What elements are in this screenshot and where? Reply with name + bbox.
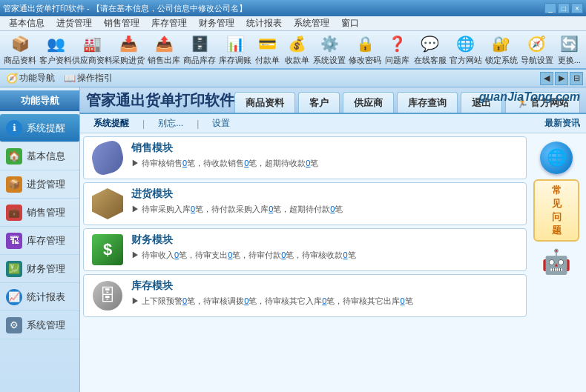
nav-expand-button[interactable]: ⊟: [570, 72, 583, 85]
nav-settings-icon: 🧭: [527, 33, 547, 53]
finance-receipt-review[interactable]: 0: [343, 250, 347, 259]
menu-system[interactable]: 系统管理: [288, 16, 335, 31]
sidebar-item-finance-mgmt[interactable]: 💹 财务管理: [0, 255, 79, 283]
nav-right-controls[interactable]: ◀ ▶ ⊟: [540, 72, 583, 85]
supplier-icon: 🏭: [82, 33, 102, 53]
sidebar-item-reports[interactable]: 📈 统计报表: [0, 283, 79, 311]
sidebar-item-sales-mgmt[interactable]: 💼 销售管理: [0, 199, 79, 227]
subtab-settings[interactable]: 设置: [205, 116, 237, 131]
faq-label: 常见问题: [538, 184, 575, 237]
menu-inventory[interactable]: 库存管理: [145, 16, 193, 31]
toolbar-nav-settings[interactable]: 🧭 导航设置: [520, 33, 554, 67]
nav-right-arrow[interactable]: ▶: [555, 72, 568, 85]
toolbar-settings[interactable]: ⚙️ 系统设置: [312, 33, 346, 67]
modules-main: 销售模块 ▶ 待审核销售0笔，待收款销售0笔，超期待收款0笔 进货模块: [83, 136, 527, 389]
warehouse-out-review[interactable]: 0: [400, 296, 404, 305]
subtab-system-alert[interactable]: 系统提醒: [86, 116, 136, 131]
nav-operation-guide[interactable]: 📖 操作指引: [61, 70, 116, 86]
purchase-pending-pay[interactable]: 0: [269, 205, 273, 213]
toolbar-change-pwd[interactable]: 🔒 修改密码: [348, 33, 382, 67]
goods-icon: 📦: [10, 33, 30, 53]
toolbar-purchase-in[interactable]: 📥 采购进货: [111, 33, 145, 67]
tab-goods[interactable]: 商品资料: [234, 92, 295, 113]
mascot-image: 🤖: [541, 248, 571, 276]
tab-supplier[interactable]: 供应商: [343, 92, 394, 113]
toolbar-faq[interactable]: ❓ 问题库: [383, 33, 412, 67]
purchase-module-title: 进货模块: [131, 187, 518, 201]
latest-news-label: 最新资讯: [544, 117, 580, 130]
online-service-icon: 💬: [420, 33, 441, 53]
finance-payment-review[interactable]: 0: [281, 250, 286, 259]
sidebar-header: 功能导航: [0, 90, 79, 111]
toolbar-supplier[interactable]: 🏭 供应商资料: [74, 33, 110, 67]
menu-purchase[interactable]: 进货管理: [50, 16, 98, 31]
warehouse-transfer-review[interactable]: 0: [244, 296, 248, 305]
menu-window[interactable]: 窗口: [335, 16, 365, 31]
window-controls[interactable]: _ □ ×: [544, 3, 583, 13]
finance-income-review[interactable]: 0: [174, 250, 179, 259]
warehouse-limit-warning[interactable]: 0: [182, 296, 187, 305]
subtab-reminder[interactable]: 别忘...: [151, 116, 191, 131]
toolbar-online-service[interactable]: 💬 在线客服: [413, 33, 447, 67]
system-mgmt-icon: ⚙: [6, 317, 22, 333]
toolbar-goods[interactable]: 📦 商品资料: [3, 33, 37, 67]
purchase-module-detail: ▶ 待审采购入库0笔，待付款采购入库0笔，超期待付款0笔: [131, 203, 518, 216]
menu-finance[interactable]: 财务管理: [193, 16, 240, 31]
close-button[interactable]: ×: [571, 3, 583, 13]
nav-left-arrow[interactable]: ◀: [540, 72, 553, 85]
sales-pending-review[interactable]: 0: [182, 159, 187, 167]
purchase-module-icon: [91, 187, 124, 220]
change-pwd-icon: 🔒: [355, 33, 375, 53]
finance-module-card: $ 财务模块 ▶ 待审收入0笔，待审支出0笔，待审付款0笔，待审核收款0笔: [83, 228, 527, 271]
toolbar-lock[interactable]: 🔐 锁定系统: [484, 33, 518, 67]
toolbar-adjust[interactable]: 📊 库存调账: [218, 33, 252, 67]
faq-box[interactable]: 常见问题: [533, 179, 579, 242]
payment-icon: 💳: [257, 33, 278, 53]
sales-module-card: 销售模块 ▶ 待审核销售0笔，待收款销售0笔，超期待收款0笔: [83, 136, 527, 179]
warehouse-module-card: 🗄 库存模块 ▶ 上下限预警0笔，待审核调拨0笔，待审核其它入库0笔，待审核其它…: [83, 274, 527, 317]
tab-customer[interactable]: 客户: [298, 92, 340, 113]
sales-overdue[interactable]: 0: [306, 159, 310, 167]
toolbar-receipt[interactable]: 💰 收款单: [283, 33, 312, 67]
sales-pending-payment[interactable]: 0: [244, 159, 248, 167]
adjust-icon: 📊: [225, 33, 246, 53]
nav-bar: 🧭 功能导航 📖 操作指引 ◀ ▶ ⊟: [0, 70, 586, 87]
warehouse-module-title: 库存模块: [131, 279, 518, 293]
customer-icon: 👥: [45, 33, 66, 53]
sidebar-item-basic-info[interactable]: 🏠 基本信息: [0, 142, 79, 170]
main-layout: 功能导航 ℹ 系统提醒 🏠 基本信息 📦 进货管理 💼 销售管理 🏗 库存管理 …: [0, 87, 586, 392]
toolbar-stock[interactable]: 🗄️ 商品库存: [182, 33, 217, 67]
toolbar-sales-out[interactable]: 📤 销售出库: [147, 33, 181, 67]
purchase-module-content: 进货模块 ▶ 待审采购入库0笔，待付款采购入库0笔，超期待付款0笔: [131, 187, 518, 216]
sidebar-item-inventory-mgmt[interactable]: 🏗 库存管理: [0, 227, 79, 255]
sales-mgmt-icon: 💼: [6, 205, 22, 221]
tab-stock-query[interactable]: 库存查询: [397, 92, 458, 113]
warehouse-module-icon: 🗄: [91, 279, 124, 312]
sales-module-content: 销售模块 ▶ 待审核销售0笔，待收款销售0笔，超期待收款0笔: [131, 142, 518, 170]
sales-module-icon: [91, 142, 124, 174]
purchase-overdue[interactable]: 0: [330, 205, 335, 213]
purchase-module-card: 进货模块 ▶ 待审采购入库0笔，待付款采购入库0笔，超期待付款0笔: [83, 182, 527, 225]
nav-function-guide[interactable]: 🧭 功能导航: [3, 70, 58, 86]
warehouse-in-review[interactable]: 0: [322, 296, 326, 305]
toolbar-official-site[interactable]: 🌐 官方网站: [449, 33, 483, 67]
sidebar-item-system-alert[interactable]: ℹ 系统提醒: [0, 114, 79, 142]
menu-bar: 基本信息 进货管理 销售管理 库存管理 财务管理 统计报表 系统管理 窗口: [0, 16, 586, 31]
maximize-button[interactable]: □: [558, 3, 570, 13]
sidebar-item-system-mgmt[interactable]: ⚙ 系统管理: [0, 311, 79, 339]
toolbar-customer[interactable]: 👥 客户资料: [39, 33, 73, 67]
system-alert-icon: ℹ: [6, 120, 22, 136]
finance-expense-review[interactable]: 0: [228, 250, 232, 259]
toolbar-change[interactable]: 🔄 更换...: [556, 33, 584, 67]
menu-sales[interactable]: 销售管理: [98, 16, 145, 31]
sidebar-item-purchase-mgmt[interactable]: 📦 进货管理: [0, 170, 79, 199]
toolbar: 📦 商品资料 👥 客户资料 🏭 供应商资料 📥 采购进货 📤 销售出库 🗄️ 商…: [0, 31, 586, 70]
settings-icon: ⚙️: [319, 33, 340, 53]
minimize-button[interactable]: _: [544, 3, 556, 13]
menu-basic-info[interactable]: 基本信息: [3, 16, 50, 31]
purchase-pending-review[interactable]: 0: [191, 205, 195, 213]
globe-sphere: 🌐: [540, 142, 573, 174]
warehouse-module-detail: ▶ 上下限预警0笔，待审核调拨0笔，待审核其它入库0笔，待审核其它出库0笔: [131, 295, 518, 308]
menu-reports[interactable]: 统计报表: [240, 16, 288, 31]
toolbar-payment[interactable]: 💳 付款单: [254, 33, 282, 67]
